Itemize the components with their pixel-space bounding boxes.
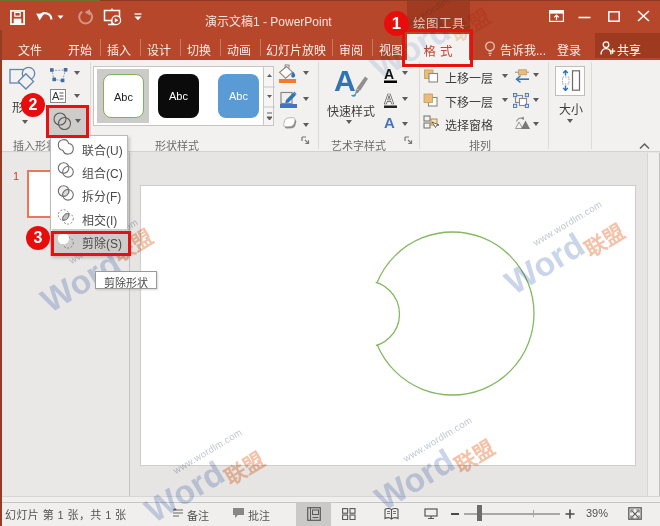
svg-text:A: A xyxy=(384,114,395,131)
svg-text:A: A xyxy=(384,91,394,107)
svg-text:A: A xyxy=(384,66,394,82)
svg-text:A: A xyxy=(52,90,60,102)
svg-text:A: A xyxy=(334,65,356,97)
